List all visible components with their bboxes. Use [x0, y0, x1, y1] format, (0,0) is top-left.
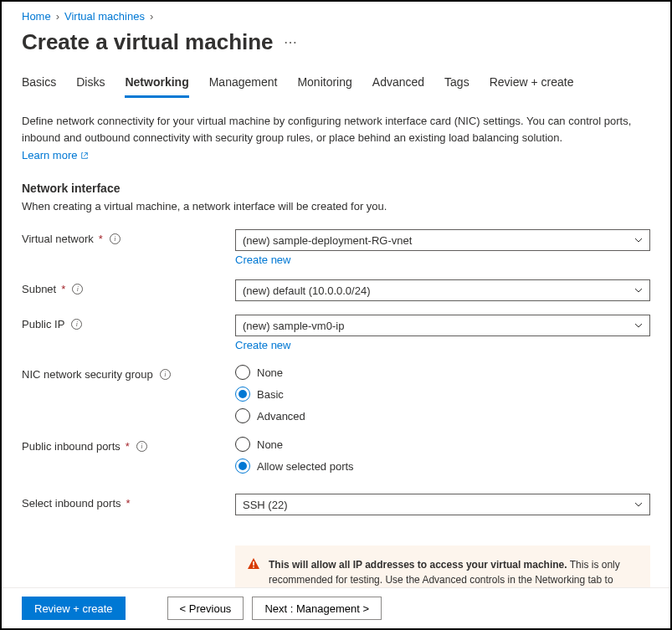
- required-indicator: *: [61, 283, 65, 295]
- subnet-select[interactable]: (new) default (10.0.0.0/24): [235, 279, 650, 301]
- radio-ports-allow-selected[interactable]: Allow selected ports: [235, 458, 650, 474]
- required-indicator: *: [126, 440, 130, 453]
- select-ports-value: SSH (22): [243, 499, 287, 511]
- create-new-vnet-link[interactable]: Create new: [235, 254, 290, 266]
- breadcrumb-virtual-machines[interactable]: Virtual machines: [64, 10, 145, 23]
- label-select-ports: Select inbound ports: [22, 497, 121, 510]
- chevron-right-icon: ›: [56, 10, 59, 23]
- page-title: Create a virtual machine: [22, 29, 274, 55]
- svg-rect-0: [253, 561, 254, 566]
- radio-label: Allow selected ports: [257, 460, 354, 473]
- radio-nsg-none[interactable]: None: [235, 365, 650, 380]
- radio-label: None: [257, 366, 283, 379]
- tab-tags[interactable]: Tags: [444, 70, 469, 98]
- tab-monitoring[interactable]: Monitoring: [297, 70, 351, 98]
- select-inbound-ports[interactable]: SSH (22): [235, 494, 650, 515]
- virtual-network-value: (new) sample-deployment-RG-vnet: [243, 234, 412, 247]
- next-button[interactable]: Next : Management >: [252, 597, 382, 620]
- tab-basics[interactable]: Basics: [22, 70, 56, 98]
- subnet-value: (new) default (10.0.0.0/24): [243, 284, 370, 297]
- section-subtext: When creating a virtual machine, a netwo…: [22, 200, 650, 213]
- breadcrumb: Home › Virtual machines ›: [22, 10, 650, 23]
- learn-more-label: Learn more: [22, 149, 77, 161]
- label-inbound-ports: Public inbound ports: [22, 440, 121, 453]
- required-indicator: *: [99, 233, 103, 245]
- public-ip-value: (new) sample-vm0-ip: [243, 320, 344, 332]
- radio-label: Advanced: [257, 410, 305, 423]
- previous-button[interactable]: < Previous: [167, 597, 244, 620]
- info-icon[interactable]: i: [136, 441, 147, 452]
- radio-selected-icon: [235, 387, 250, 402]
- tab-management[interactable]: Management: [209, 70, 278, 98]
- radio-nsg-advanced[interactable]: Advanced: [235, 408, 650, 423]
- section-heading-network-interface: Network interface: [22, 182, 650, 195]
- tab-review-create[interactable]: Review + create: [490, 70, 574, 98]
- tab-description: Define network connectivity for your vir…: [22, 113, 650, 146]
- tab-advanced[interactable]: Advanced: [372, 70, 424, 98]
- label-nsg: NIC network security group: [22, 368, 153, 381]
- label-public-ip: Public IP: [22, 318, 64, 330]
- learn-more-link[interactable]: Learn more: [22, 149, 89, 161]
- warning-bold-text: This will allow all IP addresses to acce…: [269, 559, 567, 571]
- review-create-button[interactable]: Review + create: [22, 597, 126, 620]
- tab-disks[interactable]: Disks: [76, 70, 105, 98]
- label-virtual-network: Virtual network: [22, 233, 94, 245]
- external-link-icon: [80, 151, 89, 160]
- wizard-footer: Review + create < Previous Next : Manage…: [2, 587, 670, 628]
- warning-icon: [247, 557, 260, 571]
- virtual-network-select[interactable]: (new) sample-deployment-RG-vnet: [235, 229, 650, 251]
- radio-icon: [235, 365, 250, 380]
- more-actions-icon[interactable]: ⋯: [284, 34, 297, 50]
- required-indicator: *: [126, 497, 131, 510]
- chevron-right-icon: ›: [150, 10, 153, 23]
- radio-nsg-basic[interactable]: Basic: [235, 387, 650, 402]
- info-icon[interactable]: i: [72, 284, 83, 295]
- radio-icon: [235, 408, 250, 423]
- tab-networking[interactable]: Networking: [125, 70, 188, 98]
- radio-selected-icon: [235, 458, 250, 474]
- svg-rect-1: [253, 566, 254, 568]
- tab-bar: Basics Disks Networking Management Monit…: [22, 70, 650, 98]
- public-ip-select[interactable]: (new) sample-vm0-ip: [235, 315, 650, 336]
- label-subnet: Subnet: [22, 283, 56, 295]
- info-icon[interactable]: i: [110, 233, 121, 244]
- radio-label: Basic: [257, 388, 284, 401]
- radio-icon: [235, 437, 250, 452]
- radio-label: None: [257, 438, 283, 451]
- create-new-public-ip-link[interactable]: Create new: [235, 339, 290, 351]
- radio-ports-none[interactable]: None: [235, 437, 650, 452]
- info-icon[interactable]: i: [71, 319, 82, 330]
- info-icon[interactable]: i: [160, 369, 171, 380]
- breadcrumb-home[interactable]: Home: [22, 10, 51, 23]
